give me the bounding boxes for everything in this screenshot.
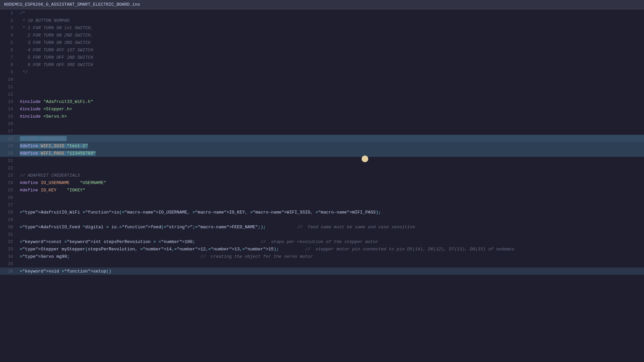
code-line-22: 22 — [0, 164, 644, 172]
code-line-34: 34="type">Servo mg90; // creating the ob… — [0, 253, 644, 260]
line-number: 35 — [0, 261, 18, 266]
code-line-12: 12 — [0, 90, 644, 98]
code-line-11: 11 — [0, 83, 644, 90]
line-number: 23 — [0, 173, 18, 178]
line-number: 24 — [0, 180, 18, 185]
editor-container: 1/*2 * 10 BUTTON NUMPAD3 * 1 FOR TURN ON… — [0, 9, 644, 362]
line-number: 4 — [0, 33, 18, 38]
line-content[interactable]: 5 FOR TURN OFF 2ND SWITCH — [18, 55, 644, 60]
line-content[interactable]: ="type">AdafruitIO_Feed *digital = io.="… — [18, 225, 644, 230]
code-line-4: 4 2 FOR TURN ON 2ND SWITCH, — [0, 32, 644, 39]
line-content[interactable]: * 1 FOR TURN ON 1st SWITCH, — [18, 25, 644, 31]
code-line-24: 24#define IO_USERNAME "USERNAME" — [0, 179, 644, 186]
line-content[interactable]: 2 FOR TURN ON 2ND SWITCH, — [18, 33, 644, 38]
line-content[interactable]: /* — [18, 11, 644, 16]
line-content[interactable]: ="keyword">const ="keyword">int stepsPer… — [18, 239, 644, 244]
line-number: 8 — [0, 62, 18, 67]
file-title: NODEMCU_ESP8266_G_ASSISTANT_SMART_ELECTR… — [4, 2, 140, 7]
line-number: 31 — [0, 232, 18, 237]
line-number: 34 — [0, 254, 18, 259]
line-number: 30 — [0, 225, 18, 230]
line-number: 27 — [0, 202, 18, 207]
line-content[interactable]: * 10 BUTTON NUMPAD — [18, 18, 644, 23]
title-bar: NODEMCU_ESP8266_G_ASSISTANT_SMART_ELECTR… — [0, 0, 644, 9]
code-line-15: 15#include <Servo.h> — [0, 113, 644, 120]
line-number: 17 — [0, 129, 18, 134]
code-line-18: 18// WIFI CREDENTIAL — [0, 135, 644, 142]
code-line-10: 10 — [0, 76, 644, 83]
line-content[interactable]: 3 FOR TURN ON 3RD SWITCH — [18, 40, 644, 45]
code-line-9: 9 */ — [0, 68, 644, 76]
code-line-33: 33="type">Stepper myStepper(stepsPerRevo… — [0, 245, 644, 253]
code-line-5: 5 3 FOR TURN ON 3RD SWITCH — [0, 39, 644, 46]
line-content[interactable]: #define WIFI_PASS "123456789" — [18, 151, 644, 156]
code-line-26: 26 — [0, 194, 644, 201]
code-line-2: 2 * 10 BUTTON NUMPAD — [0, 17, 644, 24]
line-number: 5 — [0, 40, 18, 45]
line-number: 20 — [0, 151, 18, 156]
line-number: 16 — [0, 121, 18, 126]
code-line-21: 21 — [0, 157, 644, 164]
line-content[interactable]: 6 FOR TURN OFF 3RD SWITCH — [18, 62, 644, 67]
line-content[interactable]: #include <Stepper.h> — [18, 107, 644, 112]
line-number: 25 — [0, 188, 18, 193]
line-number: 19 — [0, 143, 18, 148]
code-line-1: 1/* — [0, 9, 644, 17]
line-number: 2 — [0, 18, 18, 23]
code-line-8: 8 6 FOR TURN OFF 3RD SWITCH — [0, 61, 644, 68]
line-number: 3 — [0, 25, 18, 31]
line-content[interactable]: #define WIFI_SSID "test-1" — [18, 143, 644, 148]
line-number: 36 — [0, 269, 18, 274]
line-content[interactable]: ="type">AdafruitIO_WiFi ="function">io(=… — [18, 210, 644, 215]
line-number: 28 — [0, 210, 18, 215]
code-line-13: 13#include "AdafruitIO_WiFi.h" — [0, 98, 644, 105]
line-number: 22 — [0, 166, 18, 171]
line-number: 13 — [0, 99, 18, 104]
line-number: 1 — [0, 11, 18, 16]
line-number: 26 — [0, 195, 18, 200]
code-line-30: 30="type">AdafruitIO_Feed *digital = io.… — [0, 223, 644, 231]
line-content[interactable]: */ — [18, 70, 644, 75]
code-line-28: 28="type">AdafruitIO_WiFi ="function">io… — [0, 208, 644, 216]
code-line-23: 23// ADAFRUIT CREDENTIALS — [0, 172, 644, 179]
line-number: 29 — [0, 217, 18, 222]
line-content[interactable]: ="type">Servo mg90; // creating the obje… — [18, 254, 644, 259]
line-content[interactable]: #define IO_USERNAME "USERNAME" — [18, 180, 644, 185]
line-number: 18 — [0, 136, 18, 141]
code-line-16: 16 — [0, 120, 644, 127]
code-line-35: 35 — [0, 260, 644, 267]
line-number: 9 — [0, 70, 18, 75]
line-number: 6 — [0, 48, 18, 53]
code-line-6: 6 4 FOR TURN OFF 1ST SWITCH — [0, 46, 644, 54]
code-line-14: 14#include <Stepper.h> — [0, 105, 644, 113]
line-content[interactable]: #include <Servo.h> — [18, 114, 644, 119]
line-number: 12 — [0, 92, 18, 97]
line-content[interactable]: #include "AdafruitIO_WiFi.h" — [18, 99, 644, 104]
line-content[interactable]: ="keyword">void ="function">setup() — [18, 269, 644, 274]
line-content[interactable]: 4 FOR TURN OFF 1ST SWITCH — [18, 48, 644, 53]
line-number: 21 — [0, 158, 18, 163]
line-number: 14 — [0, 107, 18, 112]
code-line-3: 3 * 1 FOR TURN ON 1st SWITCH, — [0, 24, 644, 32]
line-number: 32 — [0, 239, 18, 244]
code-line-7: 7 5 FOR TURN OFF 2ND SWITCH — [0, 54, 644, 61]
line-content[interactable]: // WIFI CREDENTIAL — [18, 136, 644, 141]
code-line-36: 36="keyword">void ="function">setup() — [0, 267, 644, 275]
line-number: 15 — [0, 114, 18, 119]
line-number: 10 — [0, 77, 18, 82]
line-number: 11 — [0, 84, 18, 89]
line-content[interactable]: #define IO_KEY "IOKEY" — [18, 188, 644, 193]
code-area: 1/*2 * 10 BUTTON NUMPAD3 * 1 FOR TURN ON… — [0, 9, 644, 362]
code-line-17: 17 — [0, 127, 644, 135]
code-line-29: 29 — [0, 216, 644, 223]
code-line-20: 20#define WIFI_PASS "123456789" — [0, 149, 644, 157]
code-line-25: 25#define IO_KEY "IOKEY" — [0, 186, 644, 194]
line-number: 7 — [0, 55, 18, 60]
code-line-27: 27 — [0, 201, 644, 208]
line-content[interactable]: ="type">Stepper myStepper(stepsPerRevolu… — [18, 247, 644, 252]
code-line-31: 31 — [0, 231, 644, 238]
code-line-32: 32="keyword">const ="keyword">int stepsP… — [0, 238, 644, 245]
code-line-19: 19#define WIFI_SSID "test-1" — [0, 142, 644, 149]
line-number: 33 — [0, 247, 18, 252]
line-content[interactable]: // ADAFRUIT CREDENTIALS — [18, 173, 644, 178]
